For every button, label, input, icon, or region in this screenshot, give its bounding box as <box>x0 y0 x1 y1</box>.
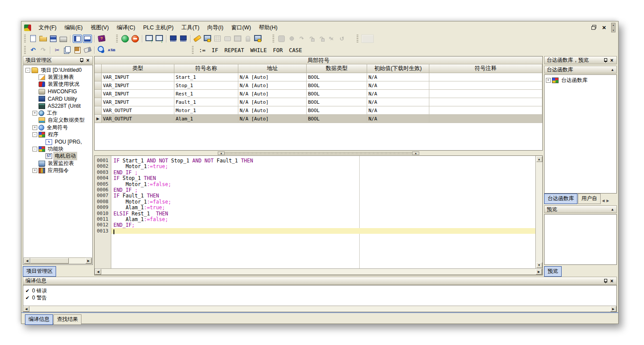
table-cell[interactable]: VAR_OUTPUT <box>102 106 174 115</box>
table-cell[interactable]: VAR_INPUT <box>102 90 174 98</box>
st-keyword-button[interactable]: REPEAT <box>221 46 247 54</box>
menu-item[interactable]: 工具(T) <box>177 23 203 33</box>
table-cell[interactable]: Rest_1 <box>174 90 238 98</box>
erase-icon[interactable] <box>83 46 92 54</box>
pin-icon[interactable] <box>604 278 608 283</box>
code-line[interactable]: END_IF ; <box>111 169 535 175</box>
tab-scroll-right-icon[interactable]: ▶ <box>605 197 610 204</box>
code-line[interactable]: END_IF ; <box>111 187 535 193</box>
toolbar-handle[interactable] <box>116 35 118 42</box>
code-line[interactable]: IF Start_1 AND NOT Stop_1 AND NOT Fault_… <box>111 158 535 163</box>
table-cell[interactable]: N/A <box>367 73 429 81</box>
layout-left-icon[interactable] <box>73 35 82 43</box>
table-cell[interactable]: N/A <box>367 90 429 98</box>
code-line[interactable]: Alam_1:=true; <box>111 204 535 210</box>
table-cell[interactable] <box>429 115 542 123</box>
scroll-thumb[interactable] <box>30 258 69 264</box>
menu-item[interactable]: 帮助(H) <box>255 23 281 33</box>
menu-item[interactable]: PLC 主机(P) <box>139 23 177 33</box>
run-icon[interactable] <box>120 35 130 43</box>
code-line[interactable]: Motor_1:=true; <box>111 163 535 169</box>
minimize-icon[interactable] <box>578 24 587 31</box>
table-cell[interactable]: BOOL <box>307 73 367 81</box>
tree-item[interactable]: -功能块 <box>24 145 92 152</box>
row-selector[interactable] <box>95 90 102 98</box>
table-cell[interactable]: BOOL <box>307 115 367 123</box>
table-cell[interactable] <box>429 73 542 81</box>
table-row[interactable]: VAR_INPUTFault_1N/A [Auto]BOOLN/A <box>95 98 542 106</box>
tree-item[interactable]: CARD Utility <box>24 95 92 102</box>
table-cell[interactable]: N/A <box>367 106 429 115</box>
help-book-icon[interactable] <box>97 35 106 43</box>
scroll-left-icon[interactable]: ◀ <box>23 306 29 312</box>
scroll-right-icon[interactable]: ▶ <box>85 258 92 264</box>
table-cell[interactable] <box>429 106 542 115</box>
expand-icon[interactable]: + <box>32 125 37 130</box>
toolbar-handle[interactable] <box>24 46 26 54</box>
code-line[interactable]: Alam_1:=false; <box>111 216 535 222</box>
collapse-icon[interactable]: - <box>32 132 37 137</box>
tab-find-result[interactable]: 查找结果 <box>53 314 81 325</box>
tab-user-defined[interactable]: 用户自 <box>578 194 601 204</box>
collapse-up-icon[interactable]: ▲ <box>412 151 419 155</box>
table-row[interactable]: VAR_INPUTStart_1N/A [Auto]BOOLN/A <box>95 73 542 81</box>
scroll-right-icon[interactable]: ▶ <box>536 269 542 275</box>
tree-item[interactable]: 装置注释表 <box>24 74 92 81</box>
table-row[interactable]: ▶VAR_OUTPUTAlam_1N/A [Auto]BOOLN/A <box>95 115 542 123</box>
scroll-left-icon[interactable]: ◀ <box>24 258 30 264</box>
collapse-arrow-icon[interactable]: ▲ <box>611 68 614 72</box>
new-file-icon[interactable] <box>28 35 38 43</box>
table-cell[interactable]: Start_1 <box>174 73 238 81</box>
debug-icon[interactable] <box>193 35 202 43</box>
table-cell[interactable]: N/A [Auto] <box>238 106 307 115</box>
library-section-header[interactable]: 台达函数库 ▲ <box>544 66 617 74</box>
tab-compile-message[interactable]: 编译信息 <box>25 314 53 325</box>
tree-item[interactable]: +台达函数库 <box>546 77 615 84</box>
table-cell[interactable] <box>429 90 542 98</box>
editor-vscrollbar[interactable]: ▲ ▼ <box>535 156 542 268</box>
scroll-down-icon[interactable]: ▼ <box>536 262 542 268</box>
save-icon[interactable] <box>49 35 58 43</box>
st-keyword-button[interactable]: IF <box>209 46 221 54</box>
code-area[interactable]: IF Start_1 AND NOT Stop_1 AND NOT Fault_… <box>111 156 535 268</box>
code-line[interactable]: END_IF; <box>111 222 535 228</box>
row-selector[interactable] <box>95 106 102 115</box>
table-cell[interactable]: Motor_1 <box>174 106 238 115</box>
table-cell[interactable]: Alam_1 <box>174 115 238 123</box>
scroll-left-icon[interactable]: ◀ <box>95 269 101 275</box>
table-cell[interactable]: BOOL <box>307 90 367 98</box>
download-icon[interactable] <box>155 35 164 43</box>
pin-icon[interactable] <box>604 58 608 63</box>
collapse-up-icon[interactable]: ▲ <box>218 151 225 155</box>
code-line[interactable]: IF Fault_1 THEN <box>111 193 535 198</box>
toolbar-handle[interactable] <box>272 35 274 42</box>
close-panel-icon[interactable]: × <box>609 279 614 283</box>
upload-icon[interactable] <box>145 35 154 43</box>
replace-icon[interactable] <box>107 46 116 54</box>
table-cell[interactable]: BOOL <box>307 98 367 106</box>
table-cell[interactable]: BOOL <box>307 106 367 115</box>
menu-overflow-scrollbar[interactable]: ▲▼ <box>611 23 616 32</box>
menu-item[interactable]: 文件(F) <box>35 23 60 33</box>
table-cell[interactable]: BOOL <box>307 81 367 90</box>
table-cell[interactable]: Fault_1 <box>174 98 238 106</box>
print-icon[interactable] <box>59 35 68 43</box>
collapse-icon[interactable]: - <box>25 68 30 73</box>
editor-hscrollbar[interactable]: ◀ ▶ <box>95 268 542 275</box>
menu-item[interactable]: 编辑(E) <box>60 23 87 33</box>
table-cell[interactable]: N/A [Auto] <box>238 98 307 106</box>
expand-icon[interactable]: + <box>546 78 551 83</box>
layout-bottom-icon[interactable] <box>83 35 92 43</box>
table-cell[interactable]: N/A <box>367 81 429 90</box>
table-cell[interactable]: VAR_INPUT <box>102 81 174 90</box>
code-line[interactable] <box>111 228 535 234</box>
scroll-up-icon[interactable]: ▲ <box>536 156 542 162</box>
st-keyword-button[interactable]: CASE <box>286 46 305 54</box>
preview-section-header[interactable]: 预览 ▲ <box>544 205 617 213</box>
tree-item[interactable]: +工作 <box>24 109 92 116</box>
menu-item[interactable]: 向导(I) <box>203 23 227 33</box>
table-cell[interactable]: N/A [Auto] <box>238 73 307 81</box>
project-tree-hscrollbar[interactable]: ◀ ▶ <box>24 257 92 264</box>
row-selector[interactable]: ▶ <box>95 115 102 123</box>
toolbar-handle[interactable] <box>24 35 26 42</box>
